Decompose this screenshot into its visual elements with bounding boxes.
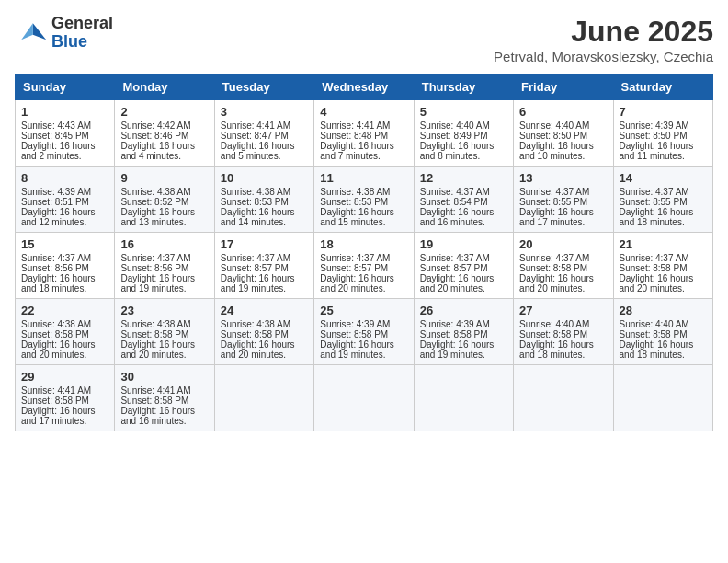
table-row: 14 Sunrise: 4:37 AMSunset: 8:55 PMDaylig…	[613, 167, 712, 233]
day-number: 6	[519, 105, 607, 119]
location-subtitle: Petrvald, Moravskoslezsky, Czechia	[494, 49, 713, 64]
header-wednesday: Wednesday	[314, 75, 414, 100]
table-row: 16 Sunrise: 4:37 AMSunset: 8:56 PMDaylig…	[115, 233, 214, 299]
calendar-table: Sunday Monday Tuesday Wednesday Thursday…	[15, 74, 713, 431]
day-number: 30	[120, 370, 208, 384]
empty-cell	[214, 365, 313, 431]
svg-marker-0	[33, 23, 46, 40]
logo: General Blue	[15, 15, 113, 52]
table-row: 4 Sunrise: 4:41 AMSunset: 8:48 PMDayligh…	[314, 100, 414, 167]
table-row: 29 Sunrise: 4:41 AMSunset: 8:58 PMDaylig…	[16, 365, 115, 431]
day-number: 5	[420, 105, 507, 119]
logo-icon	[15, 17, 48, 50]
day-number: 29	[21, 370, 108, 384]
table-row: 19 Sunrise: 4:37 AMSunset: 8:57 PMDaylig…	[414, 233, 513, 299]
table-row: 17 Sunrise: 4:37 AMSunset: 8:57 PMDaylig…	[214, 233, 313, 299]
table-row: 26 Sunrise: 4:39 AMSunset: 8:58 PMDaylig…	[414, 299, 513, 365]
table-row: 3 Sunrise: 4:41 AMSunset: 8:47 PMDayligh…	[214, 100, 313, 167]
day-number: 13	[519, 171, 607, 185]
day-number: 18	[320, 237, 407, 251]
day-number: 21	[620, 237, 707, 251]
header-monday: Monday	[115, 75, 214, 100]
day-number: 4	[320, 105, 407, 119]
day-number: 25	[320, 304, 407, 317]
page-header: General Blue June 2025 Petrvald, Moravsk…	[15, 15, 713, 64]
table-row: 2 Sunrise: 4:42 AMSunset: 8:46 PMDayligh…	[115, 100, 214, 167]
logo-text: General Blue	[51, 15, 113, 52]
table-row: 8 Sunrise: 4:39 AMSunset: 8:51 PMDayligh…	[16, 167, 115, 233]
header-saturday: Saturday	[613, 75, 712, 100]
day-number: 7	[620, 105, 707, 119]
day-number: 9	[120, 171, 208, 185]
day-number: 11	[320, 171, 407, 185]
empty-cell	[613, 365, 712, 431]
table-row: 15 Sunrise: 4:37 AMSunset: 8:56 PMDaylig…	[16, 233, 115, 299]
table-row: 22 Sunrise: 4:38 AMSunset: 8:58 PMDaylig…	[16, 299, 115, 365]
day-number: 14	[620, 171, 707, 185]
logo-blue-text: Blue	[51, 33, 113, 52]
table-row: 11 Sunrise: 4:38 AMSunset: 8:53 PMDaylig…	[314, 167, 414, 233]
day-number: 16	[120, 237, 208, 251]
table-row: 20 Sunrise: 4:37 AMSunset: 8:58 PMDaylig…	[514, 233, 613, 299]
day-number: 8	[21, 171, 108, 185]
table-row: 27 Sunrise: 4:40 AMSunset: 8:58 PMDaylig…	[514, 299, 613, 365]
table-row: 30 Sunrise: 4:41 AMSunset: 8:58 PMDaylig…	[115, 365, 214, 431]
day-number: 2	[120, 105, 208, 119]
table-row: 1 Sunrise: 4:43 AMSunset: 8:45 PMDayligh…	[16, 100, 115, 167]
table-row: 23 Sunrise: 4:38 AMSunset: 8:58 PMDaylig…	[115, 299, 214, 365]
empty-cell	[414, 365, 513, 431]
day-number: 20	[519, 237, 607, 251]
table-row: 10 Sunrise: 4:38 AMSunset: 8:53 PMDaylig…	[214, 167, 313, 233]
day-number: 10	[221, 171, 308, 185]
svg-marker-1	[21, 23, 33, 40]
day-number: 28	[620, 304, 707, 317]
header-tuesday: Tuesday	[214, 75, 313, 100]
table-row: 6 Sunrise: 4:40 AMSunset: 8:50 PMDayligh…	[514, 100, 613, 167]
day-number: 26	[420, 304, 507, 317]
table-row: 25 Sunrise: 4:39 AMSunset: 8:58 PMDaylig…	[314, 299, 414, 365]
table-row: 18 Sunrise: 4:37 AMSunset: 8:57 PMDaylig…	[314, 233, 414, 299]
day-number: 24	[221, 304, 308, 317]
empty-cell	[514, 365, 613, 431]
day-number: 27	[519, 304, 607, 317]
table-row: 12 Sunrise: 4:37 AMSunset: 8:54 PMDaylig…	[414, 167, 513, 233]
table-row: 21 Sunrise: 4:37 AMSunset: 8:58 PMDaylig…	[613, 233, 712, 299]
day-number: 17	[221, 237, 308, 251]
header-thursday: Thursday	[414, 75, 513, 100]
header-sunday: Sunday	[16, 75, 115, 100]
weekday-header-row: Sunday Monday Tuesday Wednesday Thursday…	[16, 75, 713, 100]
calendar-row-2: 8 Sunrise: 4:39 AMSunset: 8:51 PMDayligh…	[16, 167, 713, 233]
title-area: June 2025 Petrvald, Moravskoslezsky, Cze…	[494, 15, 713, 64]
table-row: 24 Sunrise: 4:38 AMSunset: 8:58 PMDaylig…	[214, 299, 313, 365]
table-row: 28 Sunrise: 4:40 AMSunset: 8:58 PMDaylig…	[613, 299, 712, 365]
day-number: 12	[420, 171, 507, 185]
empty-cell	[314, 365, 414, 431]
day-number: 22	[21, 304, 108, 317]
day-number: 19	[420, 237, 507, 251]
table-row: 9 Sunrise: 4:38 AMSunset: 8:52 PMDayligh…	[115, 167, 214, 233]
table-row: 13 Sunrise: 4:37 AMSunset: 8:55 PMDaylig…	[514, 167, 613, 233]
calendar-row-3: 15 Sunrise: 4:37 AMSunset: 8:56 PMDaylig…	[16, 233, 713, 299]
calendar-row-5: 29 Sunrise: 4:41 AMSunset: 8:58 PMDaylig…	[16, 365, 713, 431]
day-number: 3	[221, 105, 308, 119]
day-number: 1	[21, 105, 108, 119]
table-row: 7 Sunrise: 4:39 AMSunset: 8:50 PMDayligh…	[613, 100, 712, 167]
day-number: 23	[120, 304, 208, 317]
header-friday: Friday	[514, 75, 613, 100]
logo-general-text: General	[51, 15, 113, 33]
table-row: 5 Sunrise: 4:40 AMSunset: 8:49 PMDayligh…	[414, 100, 513, 167]
day-number: 15	[21, 237, 108, 251]
calendar-row-4: 22 Sunrise: 4:38 AMSunset: 8:58 PMDaylig…	[16, 299, 713, 365]
month-title: June 2025	[494, 15, 713, 49]
calendar-row-1: 1 Sunrise: 4:43 AMSunset: 8:45 PMDayligh…	[16, 100, 713, 167]
